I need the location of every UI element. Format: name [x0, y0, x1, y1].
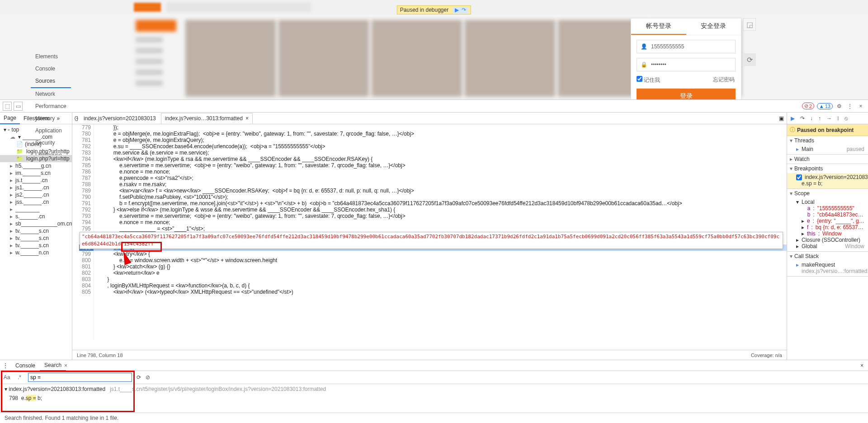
section-callstack[interactable]: Call Stack — [787, 252, 868, 261]
remember-me[interactable]: 记住我 — [637, 76, 660, 84]
scope-var[interactable]: b: "cb64a481873ec4a5cca36…" — [787, 212, 868, 218]
callstack-source: index.js?versio…:formatted:798 — [787, 268, 868, 274]
close-tab-icon[interactable]: × — [245, 115, 249, 122]
search-status: Search finished. Found 1 matching line i… — [0, 413, 868, 423]
step-over-icon[interactable]: ↷ — [462, 7, 466, 13]
coverage-status: Coverage: n/a — [751, 352, 782, 358]
close-devtools-icon[interactable]: × — [856, 102, 865, 111]
phone-value: 15555555555 — [651, 43, 684, 50]
captcha-refresh-icon[interactable]: ⟳ — [743, 53, 756, 66]
inspect-icon[interactable]: ⬚ — [3, 102, 12, 111]
user-icon: 👤 — [641, 43, 647, 50]
devtools-tab-elements[interactable]: Elements — [31, 51, 71, 63]
drawer-tab-console[interactable]: Console — [11, 361, 40, 371]
scope-var[interactable]: a: "15555555555" — [787, 205, 868, 212]
scope-global[interactable]: ▸ GlobalWindow — [787, 243, 868, 249]
file-tab-active[interactable]: index.js?versio…3013:formatted × — [161, 113, 253, 124]
tree-domain[interactable]: jss.______.cn — [0, 198, 72, 206]
debugger-panel: ▶ ↷ ↓ ↑ → ⁞ ⦸ ⓘ Paused on breakpoint Thr… — [787, 113, 868, 360]
devtools-tab-network[interactable]: Network — [31, 88, 71, 100]
value-tooltip: "cb64a481873ec4a5cca36079f117627205f1a7f… — [80, 232, 783, 249]
resume-icon[interactable]: ▶ — [455, 7, 459, 13]
nav-tab-filesystem[interactable]: Filesystem — [20, 113, 53, 124]
tree-domain[interactable]: js.t______.cn — [0, 177, 72, 184]
step-over-button-icon[interactable]: ↷ — [800, 115, 805, 122]
tab-account-login[interactable]: 帐号登录 — [631, 19, 686, 35]
sources-editor: ⟨⟩ index.js?version=2021083013 index.js?… — [72, 113, 787, 360]
page-background: Paused in debugger ▶ ↷ ◲ 帐号登录 安全登录 👤 155… — [0, 0, 868, 99]
lock-icon: 🔒 — [641, 61, 647, 68]
forgot-password-link[interactable]: 忘记密码 — [713, 76, 735, 84]
scope-var[interactable]: ▸ f: bq {n: d, e: 65537, d:… — [787, 224, 868, 230]
refresh-search-icon[interactable]: ⟳ — [137, 374, 141, 381]
phone-field[interactable]: 👤 15555555555 — [637, 40, 736, 53]
tree-domain[interactable]: tv.______s.cn — [0, 242, 72, 249]
login-box: 帐号登录 安全登录 👤 15555555555 🔒 •••••••• 记住我 忘… — [631, 18, 741, 99]
device-icon[interactable]: ▭ — [14, 102, 23, 111]
scope-var[interactable]: ▸ e: {entry: "_____", gatew… — [787, 218, 868, 224]
scope-local[interactable]: ▾ Local — [787, 199, 868, 205]
tree-login2[interactable]: login.php?url=http — [0, 155, 72, 162]
devtools-tab-console[interactable]: Console — [31, 63, 71, 75]
step-into-icon[interactable]: ↓ — [810, 115, 813, 122]
section-watch[interactable]: Watch — [787, 155, 868, 164]
tree-domain[interactable]: js1.______.cn — [0, 184, 72, 191]
devtools-tabbar: ⬚ ▭ ElementsConsoleSourcesNetworkPerform… — [0, 100, 868, 113]
breakpoint-code: e.sp = b; — [787, 180, 868, 187]
tree-domain[interactable]: s.______.cn — [0, 213, 72, 220]
tree-domain[interactable]: sb____________om.cn — [0, 220, 72, 227]
close-search-tab-icon[interactable]: × — [64, 362, 67, 369]
tree-domain[interactable]: tv.______s.cn — [0, 227, 72, 235]
tree-login1[interactable]: login.php?url=http — [0, 148, 72, 155]
section-breakpoints[interactable]: Breakpoints — [787, 164, 868, 173]
issue-count[interactable]: ▲ 13 — [817, 103, 833, 109]
code-area[interactable]: 7797807817827837847857867877887897907917… — [72, 124, 787, 350]
breakpoint-item[interactable]: index.js?version=20210830… — [787, 174, 868, 180]
drawer-menu-icon[interactable]: ⋮ — [0, 362, 11, 369]
scope-var[interactable]: ▸ this: Window — [787, 230, 868, 237]
bp-checkbox[interactable] — [796, 174, 802, 180]
nav-tab-more-icon[interactable]: » — [53, 113, 63, 124]
error-count[interactable]: ⊘ 2 — [802, 103, 814, 109]
tree-site[interactable]: ▾ ______.com — [0, 133, 72, 141]
tree-index[interactable]: 📄 (index) — [0, 141, 72, 148]
password-field[interactable]: 🔒 •••••••• — [637, 58, 736, 71]
tree-domain[interactable]: js2.______.cn — [0, 191, 72, 198]
settings-icon[interactable]: ⚙ — [835, 102, 844, 111]
step-icon[interactable]: → — [826, 115, 832, 122]
section-threads[interactable]: Threads — [787, 136, 868, 145]
nav-tab-page[interactable]: Page — [0, 113, 20, 124]
tree-domain[interactable]: tv.______s.cn — [0, 235, 72, 242]
prev-file-icon[interactable]: ⟨⟩ — [74, 115, 79, 122]
devtools-tab-performance[interactable]: Performance — [31, 100, 71, 113]
pause-exceptions-icon[interactable]: ⦸ — [844, 115, 848, 122]
site-logo — [134, 3, 161, 12]
sources-navigator: Page Filesystem » ⋮ ▾ ▫ top ▾ ______.com… — [0, 113, 72, 360]
password-value: •••••••• — [651, 61, 666, 68]
devtools-tab-sources[interactable]: Sources — [31, 75, 71, 88]
tree-domain[interactable]: h5.______g.cn — [0, 162, 72, 169]
section-scope[interactable]: Scope — [787, 189, 868, 198]
callstack-frame[interactable]: ▸makeRequest — [787, 262, 868, 268]
tree-domain[interactable]: im.______s.cn — [0, 169, 72, 177]
tree-top[interactable]: ▾ ▫ top — [0, 126, 72, 133]
resume-button-icon[interactable]: ▶ — [791, 115, 795, 122]
step-out-icon[interactable]: ↑ — [818, 115, 821, 122]
clear-search-icon[interactable]: ⊘ — [146, 374, 150, 381]
login-button[interactable]: 登录 — [637, 89, 736, 99]
tab-safe-login[interactable]: 安全登录 — [686, 19, 741, 35]
scope-closure[interactable]: ▸ Closure (SSOController) — [787, 237, 868, 243]
maximize-icon[interactable]: ▣ — [776, 115, 787, 122]
thread-main[interactable]: ▸Mainpaused — [787, 146, 868, 152]
tree-domain[interactable]: w.______n.cn — [0, 249, 72, 256]
drawer-tab-search[interactable]: Search — [40, 360, 66, 371]
close-drawer-icon[interactable]: × — [856, 362, 868, 369]
drawer: ⋮ Console Search × × Aa .* ⟳ ⊘ ▾ index.j… — [0, 360, 868, 423]
cursor-position: Line 798, Column 18 — [77, 352, 123, 358]
file-tab-prev[interactable]: index.js?version=2021083013 — [80, 113, 160, 124]
qr-toggle-icon[interactable]: ◲ — [743, 18, 756, 31]
more-icon[interactable]: ⋮ — [845, 102, 854, 111]
remember-checkbox[interactable] — [637, 76, 642, 82]
tree-domain[interactable]: ________ — [0, 206, 72, 213]
deactivate-bp-icon[interactable]: ⁞ — [837, 115, 839, 122]
